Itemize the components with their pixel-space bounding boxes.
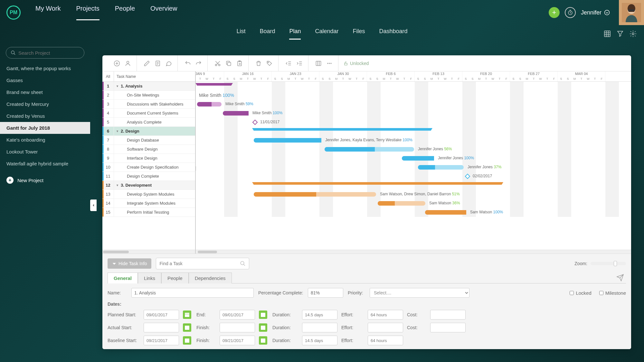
new-project-button[interactable]: + New Project: [0, 173, 90, 188]
search-project-box[interactable]: [6, 47, 84, 59]
detail-tab-general[interactable]: General: [108, 273, 138, 283]
paste-icon[interactable]: [235, 59, 244, 68]
baseline-duration-input[interactable]: [302, 336, 337, 345]
hide-task-info-button[interactable]: ⏷Hide Task Info: [108, 258, 151, 269]
sidebar-collapse-handle[interactable]: [90, 200, 97, 211]
delete-icon[interactable]: [254, 59, 263, 68]
project-item[interactable]: Brand new sheet: [0, 86, 90, 98]
select-all-header[interactable]: All: [102, 71, 114, 81]
topnav-projects[interactable]: Projects: [76, 5, 99, 20]
project-item[interactable]: Created by Mercury: [0, 98, 90, 110]
project-item[interactable]: Gantt, where the popup works: [0, 62, 90, 74]
filter-icon[interactable]: [616, 30, 624, 38]
actual-cost-input[interactable]: [430, 323, 466, 332]
add-button[interactable]: +: [549, 7, 560, 18]
milestone-checkbox[interactable]: Milestone: [599, 290, 626, 296]
gantt-row[interactable]: 123. Development: [102, 181, 195, 190]
calendar-icon[interactable]: [183, 323, 191, 332]
topnav-overview[interactable]: Overview: [150, 5, 177, 20]
actual-effort-input[interactable]: [368, 323, 403, 332]
project-item[interactable]: Gantt for July 2018: [0, 122, 90, 134]
edit-icon[interactable]: [142, 59, 152, 68]
subtab-dashboard[interactable]: Dashboard: [379, 28, 408, 40]
locked-checkbox[interactable]: Locked: [570, 290, 591, 296]
gantt-timeline[interactable]: JAN 9SSMTWTFJAN 16SSMTWTFJAN 23SSMTWTFJA…: [196, 71, 631, 254]
find-task-input[interactable]: [159, 261, 237, 266]
calendar-icon[interactable]: [183, 336, 191, 345]
planned-cost-input[interactable]: [430, 310, 466, 320]
gantt-row[interactable]: 11Design Complete: [102, 172, 195, 181]
gantt-row[interactable]: 15Perform Initial Tessting: [102, 208, 195, 217]
redo-icon[interactable]: [194, 59, 204, 68]
project-item[interactable]: Gasses: [0, 74, 90, 86]
assign-user-icon[interactable]: [123, 59, 133, 68]
comment-icon[interactable]: [164, 59, 174, 68]
user-menu[interactable]: Jennifer: [581, 9, 610, 16]
topnav-my-work[interactable]: My Work: [35, 5, 61, 20]
detail-tab-dependencies[interactable]: Dependencies: [189, 273, 232, 283]
project-item[interactable]: Lookout Tower: [0, 146, 90, 158]
subtab-plan[interactable]: Plan: [289, 28, 301, 40]
notes-icon[interactable]: [153, 59, 163, 68]
calendar-icon[interactable]: [259, 311, 267, 319]
gantt-row[interactable]: 62. Design: [102, 127, 195, 136]
tag-icon[interactable]: [265, 59, 274, 68]
avatar[interactable]: [619, 0, 644, 25]
project-item[interactable]: Waterfall agile hybrid sample: [0, 158, 90, 170]
baseline-finish-input[interactable]: [220, 336, 255, 345]
subtab-files[interactable]: Files: [353, 28, 365, 40]
settings-icon[interactable]: [629, 30, 637, 38]
gantt-row[interactable]: 3Discussions with Stakeholders: [102, 100, 195, 109]
svg-point-6: [632, 33, 634, 35]
gantt-row[interactable]: 8Software Design: [102, 145, 195, 154]
gantt-row[interactable]: 4Document Current Systems: [102, 109, 195, 118]
gantt-row[interactable]: 2On-Site Meetings: [102, 91, 195, 100]
gantt-row[interactable]: 5Analysis Complete: [102, 118, 195, 127]
copy-icon[interactable]: [224, 59, 233, 68]
planned-effort-input[interactable]: [368, 310, 403, 320]
project-item[interactable]: Kate's onboarding: [0, 134, 90, 146]
grid-view-icon[interactable]: [603, 30, 611, 38]
indent-icon[interactable]: [295, 59, 304, 68]
actual-start-input[interactable]: [144, 323, 179, 332]
plus-icon: +: [6, 177, 14, 184]
send-icon[interactable]: [616, 274, 624, 283]
lock-status[interactable]: Unlocked: [344, 61, 369, 66]
topnav-people[interactable]: People: [115, 5, 135, 20]
planned-end-input[interactable]: [220, 310, 255, 320]
subtab-board[interactable]: Board: [260, 28, 275, 40]
gantt-row[interactable]: 14Integrate System Modules: [102, 199, 195, 208]
outdent-icon[interactable]: [284, 59, 293, 68]
gantt-row[interactable]: 11. Analysis: [102, 82, 195, 91]
planned-duration-input[interactable]: [302, 310, 337, 320]
calendar-icon[interactable]: [183, 311, 191, 319]
baseline-start-input[interactable]: [144, 336, 179, 345]
actual-duration-input[interactable]: [302, 323, 337, 332]
baseline-effort-input[interactable]: [368, 336, 403, 345]
project-item[interactable]: Created by Venus: [0, 110, 90, 122]
planned-start-input[interactable]: [144, 310, 179, 320]
actual-finish-input[interactable]: [220, 323, 255, 332]
zoom-slider[interactable]: [591, 262, 626, 265]
detail-tab-people[interactable]: People: [161, 273, 189, 283]
timer-button[interactable]: [565, 7, 576, 18]
calendar-icon[interactable]: [259, 323, 267, 332]
task-name-input[interactable]: [131, 288, 254, 298]
undo-icon[interactable]: [183, 59, 193, 68]
find-task-box[interactable]: [156, 258, 249, 269]
add-task-icon[interactable]: [112, 59, 122, 68]
search-project-input[interactable]: [18, 50, 80, 56]
columns-icon[interactable]: [314, 59, 323, 68]
subtab-list[interactable]: List: [236, 28, 245, 40]
gantt-row[interactable]: 9Interface Design: [102, 154, 195, 163]
cut-icon[interactable]: [213, 59, 223, 68]
more-icon[interactable]: [325, 59, 334, 68]
gantt-row[interactable]: 10Create Design Specification: [102, 163, 195, 172]
gantt-row[interactable]: 7Design Database: [102, 136, 195, 145]
calendar-icon[interactable]: [259, 336, 267, 345]
pct-complete-input[interactable]: [308, 288, 343, 298]
subtab-calendar[interactable]: Calendar: [315, 28, 338, 40]
detail-tab-links[interactable]: Links: [138, 273, 161, 283]
priority-select[interactable]: Select....: [370, 288, 469, 298]
gantt-row[interactable]: 13Develop System Modules: [102, 190, 195, 199]
